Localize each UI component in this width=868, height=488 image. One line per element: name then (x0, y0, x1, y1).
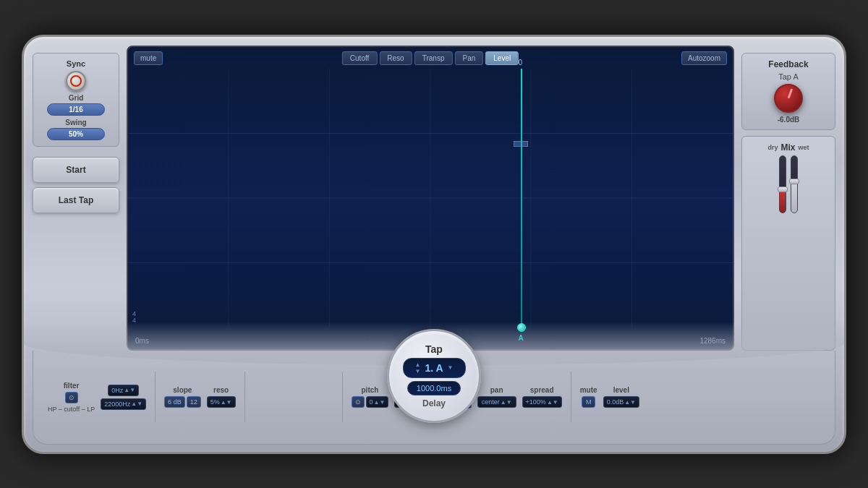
time-start: 0ms (135, 337, 149, 345)
zero-marker: 0 (518, 59, 522, 67)
pitch-value: 0 (370, 398, 373, 406)
reso-label: reso (213, 386, 229, 394)
grid-value[interactable]: 1/16 (47, 103, 105, 116)
reso-value: 5% (210, 398, 220, 406)
mute-ctrl-label: mute (580, 386, 597, 394)
sync-indicator (70, 75, 82, 87)
hp-cutoff-lp: HP – cutoff – LP (48, 406, 95, 413)
tap-delay-value: 1000.0ms (417, 384, 451, 393)
mute-ctrl-box[interactable]: M (582, 396, 596, 408)
hz-high-box[interactable]: 22000Hz ▲▼ (101, 398, 146, 410)
grid-svg (128, 69, 733, 328)
filter-row: ⊙ (65, 392, 78, 403)
mix-title: dry Mix wet (767, 142, 809, 153)
level-ctrl-group: level 0.0dB ▲▼ (603, 386, 639, 408)
grid-row: Grid 1/16 (39, 94, 113, 116)
hz-low-box[interactable]: 0Hz ▲▼ (108, 385, 139, 396)
display-grid: 0 A (128, 69, 733, 328)
sep3 (342, 372, 343, 422)
main-display: mute Cutoff Reso Transp Pan Level Autozo… (127, 46, 734, 351)
mix-section: dry Mix wet (741, 136, 835, 351)
hz-low-arrows[interactable]: ▲▼ (124, 387, 135, 393)
feedback-knob[interactable] (774, 84, 803, 113)
sync-label: Sync (67, 59, 85, 68)
wet-slider-fill (791, 181, 797, 213)
plugin-frame: Sync Grid 1/16 Swing 50% Start Last Tap (22, 35, 846, 454)
slope-db-box: 6 dB (164, 396, 185, 408)
feedback-title: Feedback (768, 59, 808, 69)
mute-ctrl-value: M (586, 398, 592, 406)
filter-icon-box[interactable]: ⊙ (65, 392, 78, 403)
hz-high-arrows[interactable]: ▲▼ (131, 401, 142, 407)
tab-transp[interactable]: Transp (414, 51, 453, 65)
level-ctrl-box[interactable]: 0.0dB ▲▼ (603, 396, 639, 408)
tap-delay-box: 1000.0ms (407, 381, 461, 395)
tap-circle[interactable]: Tap ▲▼ 1. A ▼ 1000.0ms Delay (387, 329, 481, 423)
start-button[interactable]: Start (33, 157, 119, 183)
spread-label: spread (530, 386, 554, 394)
tab-cutoff[interactable]: Cutoff (342, 51, 378, 65)
tap-circle-title: Tap (425, 343, 443, 355)
right-panel: Feedback Tap A -6.0dB dry Mix wet (741, 46, 835, 351)
freq-group: 0Hz ▲▼ 22000Hz ▲▼ (101, 385, 146, 410)
tap-a-line: 0 A (521, 69, 522, 328)
tap-dropdown-arrow[interactable]: ▼ (448, 364, 454, 371)
tap-value-box[interactable]: ▲▼ 1. A ▼ (403, 358, 466, 378)
tab-level[interactable]: Level (485, 51, 519, 65)
tab-pan[interactable]: Pan (454, 51, 483, 65)
tap-prev-arrow[interactable]: ▲▼ (415, 361, 421, 374)
wet-slider[interactable] (791, 155, 798, 213)
mix-label: Mix (780, 142, 795, 153)
level-ctrl-label: level (613, 386, 629, 394)
swing-value[interactable]: 50% (47, 128, 105, 140)
swing-label: Swing (65, 119, 86, 127)
sep2 (244, 372, 245, 422)
pan-group: pan center ▲▼ (477, 386, 516, 408)
left-panel: Sync Grid 1/16 Swing 50% Start Last Tap (33, 46, 119, 351)
sync-button[interactable] (66, 71, 86, 91)
dry-slider-thumb[interactable] (778, 187, 788, 192)
tap-dot (517, 323, 526, 332)
tab-reso[interactable]: Reso (379, 51, 412, 65)
mute-button[interactable]: mute (134, 51, 163, 65)
pan-arrows[interactable]: ▲▼ (501, 399, 512, 406)
hz-low: 0Hz (111, 387, 123, 394)
mix-wet-label: wet (799, 144, 809, 151)
pan-value: center (482, 398, 500, 406)
pitch-group: pitch ⊙ 0 ▲▼ (352, 386, 389, 408)
feedback-db: -6.0dB (778, 116, 800, 124)
autozoom-button[interactable]: Autozoom (681, 51, 727, 65)
filter-group: filter ⊙ HP – cutoff – LP (48, 382, 95, 413)
reso-box[interactable]: 5% ▲▼ (207, 396, 236, 408)
bottom-section: Tap ▲▼ 1. A ▼ 1000.0ms Delay filter ⊙ HP… (33, 351, 835, 445)
pitch-box[interactable]: 0 ▲▼ (366, 396, 389, 408)
wet-slider-thumb[interactable] (789, 179, 799, 184)
feedback-tap-label: Tap A (778, 72, 799, 81)
pan-box[interactable]: center ▲▼ (477, 396, 516, 408)
reso-group: reso 5% ▲▼ (207, 386, 236, 408)
mute-ctrl-group: mute M (580, 386, 597, 408)
spread-box[interactable]: +100% ▲▼ (522, 396, 562, 408)
pitch-icon[interactable]: ⊙ (352, 396, 365, 408)
dry-slider-fill (780, 189, 786, 212)
slope-label: slope (173, 386, 192, 394)
swing-row: Swing 50% (39, 119, 113, 140)
spread-arrows[interactable]: ▲▼ (547, 399, 558, 406)
pitch-label: pitch (362, 386, 379, 394)
slope-db-unit: dB (174, 398, 182, 406)
pitch-row: ⊙ 0 ▲▼ (352, 396, 389, 408)
last-tap-button[interactable]: Last Tap (33, 187, 119, 213)
pitch-arrows[interactable]: ▲▼ (374, 399, 386, 406)
dry-slider[interactable] (779, 155, 786, 213)
level-arrows[interactable]: ▲▼ (624, 399, 636, 406)
reso-arrows[interactable]: ▲▼ (221, 399, 232, 406)
time-end: 1286ms (699, 337, 726, 345)
tap-delay-label: Delay (422, 398, 446, 408)
slope-row: 6 dB 12 (164, 396, 201, 408)
filter-label: filter (64, 382, 80, 390)
spread-value: +100% (526, 398, 546, 406)
hz-high: 22000Hz (104, 401, 130, 408)
grid-label: Grid (69, 94, 84, 102)
level-ctrl-value: 0.0dB (607, 398, 624, 406)
tap-bar-indicator (514, 141, 528, 147)
